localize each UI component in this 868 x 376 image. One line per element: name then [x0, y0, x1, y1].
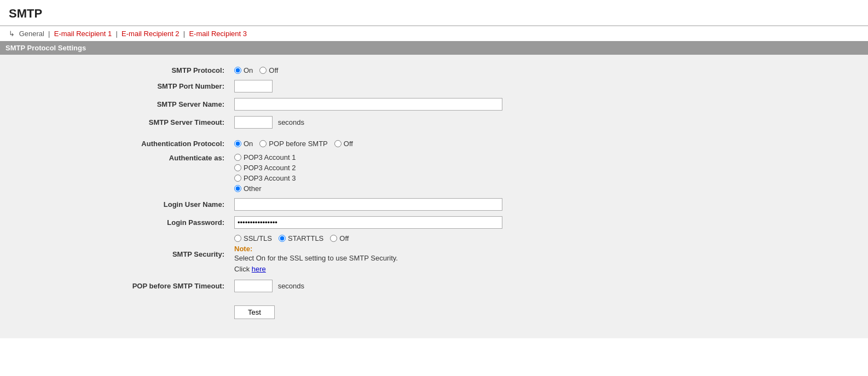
- breadcrumb-recipient3[interactable]: E-mail Recipient 3: [189, 30, 247, 38]
- auth-on-label: On: [244, 140, 253, 148]
- auth-protocol-row: Authentication Protocol: On POP before S…: [0, 137, 868, 151]
- auth-on-radio[interactable]: [234, 140, 241, 147]
- security-starttls-option[interactable]: STARTTLS: [279, 234, 323, 242]
- smtp-protocol-row: SMTP Protocol: On Off: [0, 63, 868, 77]
- smtp-server-value: smtp.office365.com: [230, 95, 868, 113]
- security-starttls-label: STARTTLS: [288, 234, 323, 242]
- auth-off-option[interactable]: Off: [334, 140, 353, 148]
- breadcrumb-recipient2[interactable]: E-mail Recipient 2: [121, 30, 180, 38]
- smtp-server-label: SMTP Server Name:: [0, 95, 230, 113]
- smtp-security-label: SMTP Security:: [0, 232, 230, 277]
- smtp-protocol-off-label: Off: [269, 66, 278, 74]
- smtp-port-label: SMTP Port Number:: [0, 77, 230, 95]
- note-line1: Select On for the SSL setting to use SMT…: [234, 253, 864, 264]
- smtp-timeout-input[interactable]: 60: [234, 116, 273, 129]
- authenticate-as-label: Authenticate as:: [0, 151, 230, 195]
- spacer-row-2: [0, 295, 868, 300]
- login-user-value: keith.batts@newmanbs.co.uk: [230, 195, 868, 213]
- section-title: SMTP Protocol Settings: [5, 44, 86, 52]
- auth-off-radio[interactable]: [334, 140, 342, 147]
- auth-pop-label: POP before SMTP: [269, 140, 327, 148]
- breadcrumb-arrow: ↳: [9, 30, 15, 38]
- breadcrumb: ↳ General | E-mail Recipient 1 | E-mail …: [0, 26, 868, 41]
- smtp-protocol-on-label: On: [244, 66, 253, 74]
- auth-pop3-2-label: POP3 Account 2: [244, 164, 296, 172]
- login-password-input[interactable]: [234, 216, 502, 229]
- auth-pop3-3-radio[interactable]: [234, 175, 241, 182]
- authenticate-as-row: Authenticate as: POP3 Account 1 POP3 Acc…: [0, 151, 868, 195]
- auth-other-label: Other: [244, 184, 262, 193]
- login-user-row: Login User Name: keith.batts@newmanbs.co…: [0, 195, 868, 213]
- smtp-port-input[interactable]: 587: [234, 80, 273, 92]
- auth-pop3-1-label: POP3 Account 1: [244, 153, 296, 161]
- security-off-label: Off: [339, 234, 349, 242]
- auth-protocol-label: Authentication Protocol:: [0, 137, 230, 151]
- breadcrumb-sep2: |: [115, 30, 117, 38]
- auth-pop-option[interactable]: POP before SMTP: [259, 140, 327, 148]
- security-note: Note: Select On for the SSL setting to u…: [234, 245, 864, 274]
- security-starttls-radio[interactable]: [279, 235, 286, 242]
- breadcrumb-recipient1[interactable]: E-mail Recipient 1: [54, 30, 112, 38]
- test-button[interactable]: Test: [234, 305, 275, 319]
- section-header: SMTP Protocol Settings: [0, 41, 868, 55]
- breadcrumb-general: General: [19, 30, 44, 38]
- breadcrumb-sep1: |: [48, 30, 50, 38]
- auth-off-label: Off: [344, 140, 353, 148]
- smtp-timeout-label: SMTP Server Timeout:: [0, 113, 230, 131]
- auth-pop3-3-label: POP3 Account 3: [244, 174, 296, 182]
- smtp-timeout-unit: seconds: [278, 118, 304, 126]
- pop-timeout-value: 0 seconds: [230, 277, 868, 295]
- auth-pop3-2-radio[interactable]: [234, 164, 241, 171]
- smtp-protocol-on-radio[interactable]: [234, 67, 241, 74]
- login-password-label: Login Password:: [0, 213, 230, 232]
- auth-pop3-3-option[interactable]: POP3 Account 3: [234, 174, 864, 182]
- page-header: SMTP: [0, 0, 868, 26]
- login-user-input[interactable]: keith.batts@newmanbs.co.uk: [234, 198, 502, 211]
- test-button-cell: Test: [230, 300, 868, 322]
- security-off-radio[interactable]: [330, 235, 337, 242]
- smtp-server-input[interactable]: smtp.office365.com: [234, 98, 502, 111]
- smtp-security-row: SMTP Security: SSL/TLS STARTTLS Off: [0, 232, 868, 277]
- smtp-timeout-row: SMTP Server Timeout: 60 seconds: [0, 113, 868, 131]
- test-button-spacer: [0, 300, 230, 322]
- note-label: Note:: [234, 245, 252, 253]
- auth-pop3-2-option[interactable]: POP3 Account 2: [234, 164, 864, 172]
- auth-on-option[interactable]: On: [234, 140, 253, 148]
- pop-timeout-row: POP before SMTP Timeout: 0 seconds: [0, 277, 868, 295]
- authenticate-as-stack: POP3 Account 1 POP3 Account 2 POP3 Accou…: [234, 153, 864, 193]
- smtp-protocol-off-radio[interactable]: [259, 67, 267, 74]
- spacer-row-1: [0, 131, 868, 137]
- smtp-server-row: SMTP Server Name: smtp.office365.com: [0, 95, 868, 113]
- form-table: SMTP Protocol: On Off SMTP Port Number:: [0, 63, 868, 322]
- smtp-port-value: 587: [230, 77, 868, 95]
- smtp-security-radio-group: SSL/TLS STARTTLS Off: [234, 234, 864, 242]
- auth-other-radio[interactable]: [234, 185, 241, 192]
- smtp-protocol-off-option[interactable]: Off: [259, 66, 278, 74]
- auth-other-option[interactable]: Other: [234, 184, 864, 193]
- auth-pop-radio[interactable]: [259, 140, 267, 147]
- smtp-port-row: SMTP Port Number: 587: [0, 77, 868, 95]
- login-password-row: Login Password:: [0, 213, 868, 232]
- auth-pop3-1-option[interactable]: POP3 Account 1: [234, 153, 864, 161]
- test-button-row: Test: [0, 300, 868, 322]
- smtp-protocol-on-option[interactable]: On: [234, 66, 253, 74]
- breadcrumb-sep3: |: [183, 30, 185, 38]
- note-line2: Click here: [234, 264, 864, 275]
- security-ssl-radio[interactable]: [234, 235, 241, 242]
- note-here-link[interactable]: here: [252, 265, 266, 273]
- content-area: SMTP Protocol: On Off SMTP Port Number:: [0, 55, 868, 338]
- smtp-security-value: SSL/TLS STARTTLS Off Note: Select: [230, 232, 868, 277]
- login-user-label: Login User Name:: [0, 195, 230, 213]
- security-off-option[interactable]: Off: [330, 234, 349, 242]
- auth-pop3-1-radio[interactable]: [234, 154, 241, 161]
- smtp-protocol-label: SMTP Protocol:: [0, 63, 230, 77]
- auth-protocol-value: On POP before SMTP Off: [230, 137, 868, 151]
- smtp-protocol-radio-group: On Off: [234, 66, 864, 74]
- pop-timeout-input[interactable]: 0: [234, 280, 273, 292]
- smtp-timeout-value: 60 seconds: [230, 113, 868, 131]
- security-ssl-option[interactable]: SSL/TLS: [234, 234, 272, 242]
- pop-timeout-label: POP before SMTP Timeout:: [0, 277, 230, 295]
- smtp-protocol-value: On Off: [230, 63, 868, 77]
- security-ssl-label: SSL/TLS: [244, 234, 272, 242]
- login-password-value: [230, 213, 868, 232]
